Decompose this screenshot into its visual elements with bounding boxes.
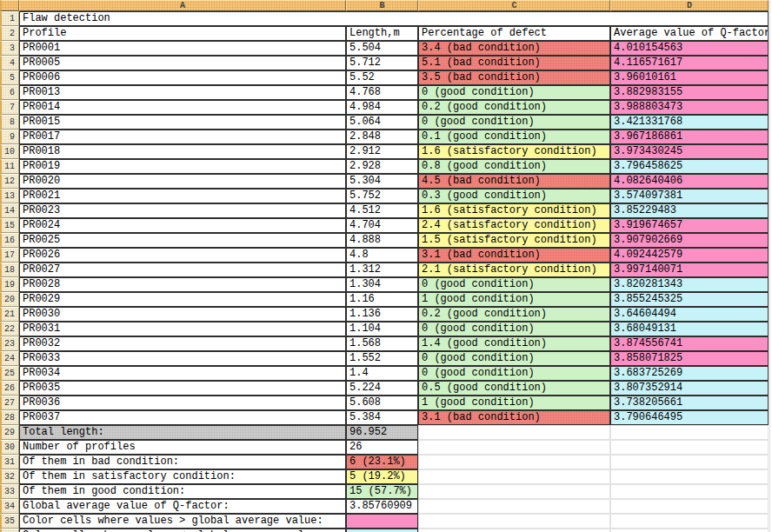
cell-defect[interactable]: 5.1 (bad condition) <box>418 56 610 70</box>
summary-label[interactable]: Color cells where values > global averag… <box>19 514 346 529</box>
cell-profile[interactable]: PR0015 <box>19 115 346 130</box>
cell-profile[interactable]: PR0023 <box>19 203 346 218</box>
cell-defect[interactable]: 0 (good condition) <box>418 322 610 336</box>
cell-length[interactable]: 1.16 <box>346 292 418 307</box>
cell-qfactor[interactable]: 3.796458625 <box>610 159 769 174</box>
row-number[interactable]: 12 <box>0 174 19 189</box>
cell-qfactor[interactable]: 3.967186861 <box>610 130 769 144</box>
summary-label[interactable]: Of them in bad condition: <box>19 455 346 469</box>
cell-qfactor[interactable]: 3.858071825 <box>610 351 769 366</box>
cell-defect[interactable]: 0.1 (good condition) <box>418 130 610 144</box>
cell-profile[interactable]: PR0021 <box>19 189 346 203</box>
cell-qfactor[interactable]: 3.421331768 <box>610 115 769 130</box>
row-number[interactable]: 29 <box>0 425 19 440</box>
summary-value[interactable] <box>346 529 418 532</box>
cell-qfactor[interactable]: 3.574097381 <box>610 189 769 203</box>
cell-length[interactable]: 5.608 <box>346 396 418 410</box>
empty-cell[interactable] <box>610 440 769 455</box>
cell-qfactor[interactable]: 3.919674657 <box>610 218 769 233</box>
cell-profile[interactable]: PR0032 <box>19 336 346 351</box>
cell-profile[interactable]: PR0013 <box>19 85 346 100</box>
row-number[interactable]: 20 <box>0 292 19 307</box>
row-number[interactable]: 1 <box>0 11 19 26</box>
cell-profile[interactable]: PR0005 <box>19 56 346 70</box>
cell-qfactor[interactable]: 3.683725269 <box>610 366 769 381</box>
summary-label[interactable]: Global average value of Q-factor: <box>19 499 346 514</box>
row-number[interactable]: 25 <box>0 366 19 381</box>
cell-profile[interactable]: PR0027 <box>19 263 346 277</box>
cell-profile[interactable]: PR0014 <box>19 100 346 115</box>
cell-defect[interactable]: 0 (good condition) <box>418 277 610 292</box>
empty-cell[interactable] <box>418 484 610 499</box>
empty-cell[interactable] <box>610 484 769 499</box>
row-number[interactable]: 21 <box>0 307 19 322</box>
cell-profile[interactable]: PR0024 <box>19 218 346 233</box>
row-number[interactable]: 6 <box>0 85 19 100</box>
row-number[interactable]: 13 <box>0 189 19 203</box>
cell-defect[interactable]: 1.6 (satisfactory condition) <box>418 144 610 159</box>
cell-profile[interactable]: PR0006 <box>19 70 346 85</box>
cell-qfactor[interactable]: 3.874556741 <box>610 336 769 351</box>
cell-defect[interactable]: 0 (good condition) <box>418 115 610 130</box>
cell-defect[interactable]: 3.1 (bad condition) <box>418 410 610 425</box>
row-number[interactable]: 7 <box>0 100 19 115</box>
row-number[interactable]: 5 <box>0 70 19 85</box>
cell-qfactor[interactable]: 3.85229483 <box>610 203 769 218</box>
cell-length[interactable]: 1.104 <box>346 322 418 336</box>
cell-defect[interactable]: 0 (good condition) <box>418 85 610 100</box>
cell-length[interactable]: 1.312 <box>346 263 418 277</box>
row-number[interactable]: 31 <box>0 455 19 469</box>
cell-profile[interactable]: PR0028 <box>19 277 346 292</box>
cell-length[interactable]: 5.304 <box>346 174 418 189</box>
row-number[interactable]: 10 <box>0 144 19 159</box>
row-number[interactable]: 19 <box>0 277 19 292</box>
cell-defect[interactable]: 0.5 (good condition) <box>418 381 610 396</box>
empty-cell[interactable] <box>418 499 610 514</box>
column-header-d[interactable]: D <box>610 0 769 11</box>
summary-value[interactable] <box>346 514 418 529</box>
row-number[interactable]: 34 <box>0 499 19 514</box>
cell-length[interactable]: 1.304 <box>346 277 418 292</box>
cell-length[interactable]: 5.52 <box>346 70 418 85</box>
cell-defect[interactable]: 1.5 (satisfactory condition) <box>418 233 610 248</box>
column-header-a[interactable]: A <box>19 0 346 11</box>
cell-length[interactable]: 4.512 <box>346 203 418 218</box>
cell-defect[interactable]: 4.5 (bad condition) <box>418 174 610 189</box>
cell-qfactor[interactable]: 3.855245325 <box>610 292 769 307</box>
cell-length[interactable]: 5.712 <box>346 56 418 70</box>
column-header-c[interactable]: C <box>418 0 610 11</box>
cell-length[interactable]: 5.504 <box>346 41 418 56</box>
summary-value[interactable]: 96.952 <box>346 425 418 440</box>
empty-cell[interactable] <box>610 529 769 532</box>
cell-qfactor[interactable]: 4.010154563 <box>610 41 769 56</box>
cell-length[interactable]: 5.384 <box>346 410 418 425</box>
empty-cell[interactable] <box>418 469 610 484</box>
summary-value[interactable]: 3.85760909 <box>346 499 418 514</box>
cell-qfactor[interactable]: 3.790646495 <box>610 410 769 425</box>
empty-cell[interactable] <box>418 440 610 455</box>
cell-qfactor[interactable]: 4.116571617 <box>610 56 769 70</box>
cell-defect[interactable]: 0.8 (good condition) <box>418 159 610 174</box>
cell-qfactor[interactable]: 3.807352914 <box>610 381 769 396</box>
cell-length[interactable]: 4.768 <box>346 85 418 100</box>
cell-defect[interactable]: 0 (good condition) <box>418 351 610 366</box>
cell-profile[interactable]: PR0001 <box>19 41 346 56</box>
column-header-b[interactable]: B <box>346 0 418 11</box>
cell-length[interactable]: 4.984 <box>346 100 418 115</box>
cell-length[interactable]: 4.888 <box>346 233 418 248</box>
cell-qfactor[interactable]: 3.907902669 <box>610 233 769 248</box>
summary-label[interactable]: Color cells where values < global averag… <box>19 529 346 532</box>
cell-profile[interactable]: PR0019 <box>19 159 346 174</box>
cell-defect[interactable]: 3.4 (bad condition) <box>418 41 610 56</box>
row-number[interactable]: 18 <box>0 263 19 277</box>
row-number[interactable]: 15 <box>0 218 19 233</box>
header-defect[interactable]: Percentage of defect <box>418 26 610 41</box>
cell-qfactor[interactable]: 3.820281343 <box>610 277 769 292</box>
cell-qfactor[interactable]: 3.973430245 <box>610 144 769 159</box>
header-qfactor[interactable]: Average value of Q-factor <box>610 26 769 41</box>
empty-cell[interactable] <box>610 514 769 529</box>
row-number[interactable]: 8 <box>0 115 19 130</box>
row-number[interactable]: 4 <box>0 56 19 70</box>
cell-defect[interactable]: 1.6 (satisfactory condition) <box>418 203 610 218</box>
cell-length[interactable]: 1.568 <box>346 336 418 351</box>
